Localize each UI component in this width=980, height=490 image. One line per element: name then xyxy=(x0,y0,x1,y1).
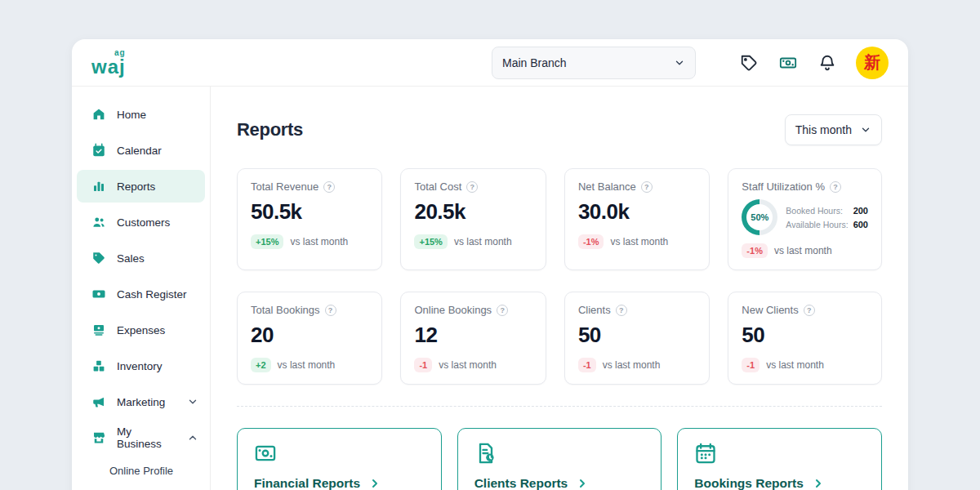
help-icon[interactable] xyxy=(323,181,335,193)
cash-icon[interactable] xyxy=(777,52,799,74)
stat-value: 50.5k xyxy=(251,199,368,225)
sidebar-item-label: Calendar xyxy=(117,145,162,157)
delta-note: vs last month xyxy=(278,359,336,371)
home-icon xyxy=(91,107,106,122)
delta-note: vs last month xyxy=(603,359,661,371)
sidebar-item-expenses[interactable]: Expenses xyxy=(77,314,205,346)
bookings-reports-card[interactable]: Bookings Reports xyxy=(677,428,882,490)
financial-reports-card[interactable]: Financial Reports xyxy=(237,428,442,490)
sidebar-item-label: Expenses xyxy=(117,324,165,336)
sidebar: Home Calendar Reports Customers Sales Ca xyxy=(72,87,211,490)
sidebar-item-marketing[interactable]: Marketing xyxy=(77,385,205,418)
delta-note: vs last month xyxy=(290,236,348,247)
stat-value: 50 xyxy=(578,323,696,348)
clients-document-icon xyxy=(474,442,497,465)
branch-selector-value: Main Branch xyxy=(502,56,567,69)
storefront-icon xyxy=(91,430,106,445)
delta-badge: -1 xyxy=(742,358,760,372)
chevron-right-icon xyxy=(368,477,381,490)
help-icon[interactable] xyxy=(830,181,841,193)
booked-hours-value: 200 xyxy=(853,206,868,216)
delta-badge: +2 xyxy=(251,358,271,372)
sidebar-item-home[interactable]: Home xyxy=(77,98,205,131)
delta-note: vs last month xyxy=(774,245,832,256)
stat-card-new-clients: New Clients 50 -1 vs last month xyxy=(728,292,882,385)
help-icon[interactable] xyxy=(641,181,653,193)
avatar[interactable]: 新 xyxy=(856,47,889,79)
sidebar-item-reports[interactable]: Reports xyxy=(77,170,205,203)
delta-note: vs last month xyxy=(454,236,512,247)
stats-grid: Total Revenue 50.5k +15% vs last month T… xyxy=(237,168,882,385)
tag-icon[interactable] xyxy=(738,52,760,74)
top-bar: ag waj Main Branch 新 xyxy=(72,39,908,87)
branch-selector[interactable]: Main Branch xyxy=(492,47,696,79)
sidebar-item-label: Online Profile xyxy=(109,465,173,477)
booked-hours-label: Booked Hours: xyxy=(786,206,842,216)
app-window: ag waj Main Branch 新 Home xyxy=(72,39,908,490)
stat-label: Total Bookings xyxy=(251,304,320,316)
sidebar-item-label: Customers xyxy=(117,216,170,229)
sidebar-item-label: Reports xyxy=(117,180,155,193)
stat-label: Staff Utilization % xyxy=(742,180,825,193)
sidebar-item-calendar[interactable]: Calendar xyxy=(77,134,205,167)
stat-value: 30.0k xyxy=(578,199,696,225)
delta-badge: -1 xyxy=(578,358,596,372)
sidebar-item-inventory[interactable]: Inventory xyxy=(77,350,205,382)
stat-label: Net Balance xyxy=(578,180,636,193)
stat-card-total-revenue: Total Revenue 50.5k +15% vs last month xyxy=(237,168,382,270)
stat-card-online-bookings: Online Bookings 12 -1 vs last month xyxy=(400,292,546,385)
period-selector-value: This month xyxy=(795,123,852,136)
report-link-label: Bookings Reports xyxy=(694,476,803,490)
brand-logo[interactable]: ag waj xyxy=(91,49,126,77)
stat-card-net-balance: Net Balance 30.0k -1% vs last month xyxy=(564,168,710,270)
sidebar-item-label: My Business xyxy=(117,425,166,450)
stat-label: Online Bookings xyxy=(414,304,492,316)
banknote-icon xyxy=(254,442,277,465)
stat-card-clients: Clients 50 -1 vs last month xyxy=(564,292,710,385)
stat-label: Total Cost xyxy=(414,180,461,193)
stat-label: Total Revenue xyxy=(251,180,318,193)
sidebar-item-online-profile[interactable]: Online Profile xyxy=(77,457,205,483)
sidebar-item-label: Marketing xyxy=(117,396,165,408)
clients-reports-card[interactable]: Clients Reports xyxy=(457,428,662,490)
banknote-icon xyxy=(91,287,106,301)
calendar-icon xyxy=(694,442,717,465)
help-icon[interactable] xyxy=(804,305,815,316)
help-icon[interactable] xyxy=(466,181,478,193)
available-hours-value: 600 xyxy=(853,220,868,229)
available-hours-label: Available Hours: xyxy=(786,220,848,229)
stat-value: 20.5k xyxy=(414,199,532,225)
stat-value: 12 xyxy=(414,323,532,348)
delta-note: vs last month xyxy=(766,359,824,371)
sidebar-item-sales[interactable]: Sales xyxy=(77,242,205,274)
tag-icon xyxy=(91,251,106,265)
boxes-icon xyxy=(91,359,106,373)
period-selector[interactable]: This month xyxy=(785,114,882,145)
sidebar-item-label: Home xyxy=(117,109,146,121)
bell-icon[interactable] xyxy=(817,52,838,74)
stat-card-total-bookings: Total Bookings 20 +2 vs last month xyxy=(237,292,382,385)
stat-label: New Clients xyxy=(742,304,798,316)
stat-label: Clients xyxy=(578,304,611,316)
divider xyxy=(237,406,882,407)
delta-badge: -1% xyxy=(742,243,768,258)
chevron-down-icon xyxy=(860,124,871,136)
sidebar-item-label: Inventory xyxy=(117,360,163,372)
sidebar-item-cash-register[interactable]: Cash Register xyxy=(77,278,205,310)
chevron-down-icon xyxy=(674,57,685,69)
stat-card-staff-utilization: Staff Utilization % 50% Booked Hours: 20… xyxy=(728,168,882,270)
delta-note: vs last month xyxy=(610,236,668,247)
brand-wordmark: waj xyxy=(91,57,126,77)
help-icon[interactable] xyxy=(497,305,508,316)
help-icon[interactable] xyxy=(616,305,627,316)
chevron-right-icon xyxy=(812,477,825,490)
avatar-initial: 新 xyxy=(864,51,880,74)
help-icon[interactable] xyxy=(325,305,336,316)
sidebar-item-label: Cash Register xyxy=(117,288,187,301)
delta-badge: -1% xyxy=(578,234,604,249)
sidebar-item-my-business[interactable]: My Business xyxy=(77,421,205,454)
report-link-label: Financial Reports xyxy=(254,476,360,490)
megaphone-icon xyxy=(91,394,106,409)
expenses-icon xyxy=(91,323,106,337)
sidebar-item-customers[interactable]: Customers xyxy=(77,206,205,238)
